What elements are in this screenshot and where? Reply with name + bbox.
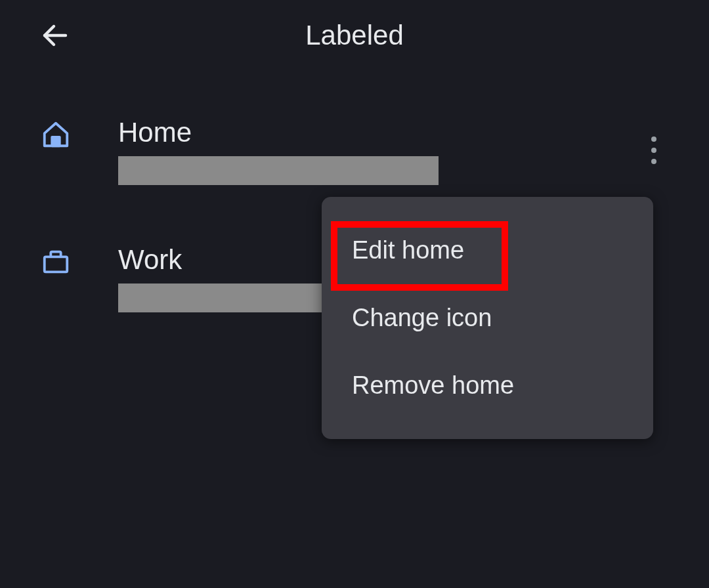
work-label: Work <box>118 244 332 276</box>
home-icon <box>39 117 72 150</box>
more-vertical-icon <box>651 136 656 142</box>
more-options-button[interactable] <box>645 130 663 171</box>
home-label: Home <box>118 117 439 148</box>
menu-change-icon[interactable]: Change icon <box>322 284 653 352</box>
home-address-redacted <box>118 156 439 185</box>
back-arrow-icon <box>39 20 71 51</box>
page-title: Labeled <box>305 20 403 51</box>
labeled-item-home[interactable]: Home <box>0 104 709 198</box>
menu-edit-home[interactable]: Edit home <box>322 217 653 284</box>
menu-remove-home[interactable]: Remove home <box>322 352 653 419</box>
work-address-redacted <box>118 284 332 312</box>
context-menu: Edit home Change icon Remove home <box>322 197 653 439</box>
back-button[interactable] <box>39 20 71 51</box>
svg-rect-1 <box>52 137 60 146</box>
svg-rect-2 <box>45 257 68 272</box>
briefcase-icon <box>39 244 72 277</box>
